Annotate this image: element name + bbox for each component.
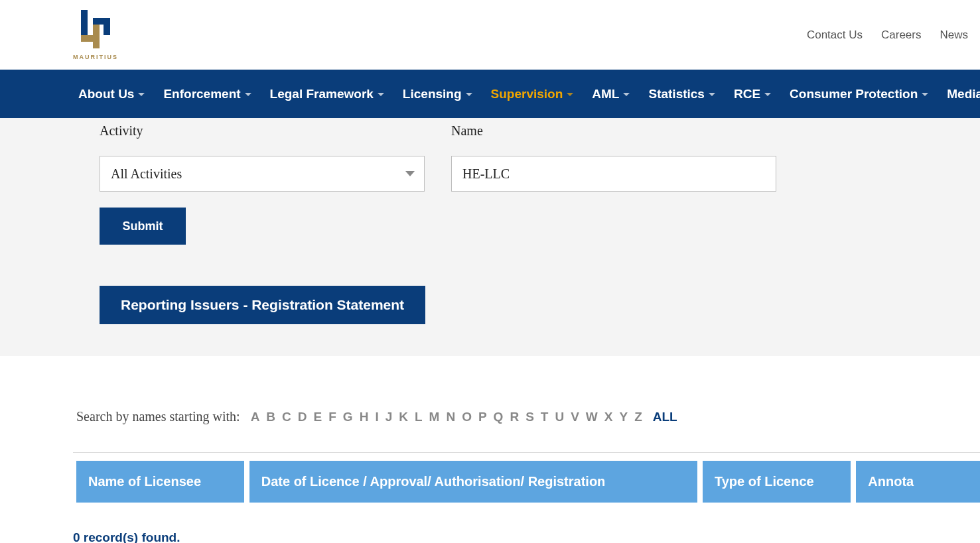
nav-media[interactable]: Media Co [947, 87, 980, 101]
alpha-letter-a[interactable]: A [251, 410, 260, 424]
nav-licensing[interactable]: Licensing [403, 87, 472, 101]
th-name-of-licensee: Name of Licensee [76, 461, 244, 503]
chevron-down-icon [922, 93, 928, 96]
divider [73, 452, 980, 453]
alpha-letter-b[interactable]: B [266, 410, 275, 424]
alpha-letter-l[interactable]: L [415, 410, 423, 424]
nav-statistics[interactable]: Statistics [648, 87, 715, 101]
alpha-letter-x[interactable]: X [604, 410, 613, 424]
nav-consumer-protection[interactable]: Consumer Protection [790, 87, 928, 101]
chevron-down-icon [567, 93, 573, 96]
alpha-letter-m[interactable]: M [429, 410, 440, 424]
alpha-letter-n[interactable]: N [446, 410, 455, 424]
alpha-letter-y[interactable]: Y [619, 410, 628, 424]
svg-rect-4 [104, 18, 110, 35]
nav-enforcement[interactable]: Enforcement [163, 87, 251, 101]
nav-aml[interactable]: AML [592, 87, 630, 101]
alpha-letter-k[interactable]: K [399, 410, 408, 424]
name-label: Name [451, 123, 776, 139]
nav-legal-framework[interactable]: Legal Framework [270, 87, 384, 101]
chevron-down-icon [245, 93, 251, 96]
th-type-of-licence: Type of Licence [703, 461, 851, 503]
alpha-letter-s[interactable]: S [525, 410, 534, 424]
alpha-letter-e[interactable]: E [314, 410, 322, 424]
chevron-down-icon [623, 93, 630, 96]
alpha-letter-d[interactable]: D [298, 410, 307, 424]
nav-supervision[interactable]: Supervision [491, 87, 574, 101]
chevron-down-icon [466, 93, 472, 96]
alpha-letter-v[interactable]: V [571, 410, 579, 424]
logo[interactable]: MAURITIUS [73, 10, 118, 60]
nav-rce[interactable]: RCE [734, 87, 771, 101]
alpha-letter-c[interactable]: C [282, 410, 291, 424]
top-header: MAURITIUS Contact Us Careers News [0, 0, 980, 70]
alpha-letter-g[interactable]: G [343, 410, 353, 424]
alpha-letter-t[interactable]: T [541, 410, 549, 424]
chevron-down-icon [378, 93, 384, 96]
alpha-letter-p[interactable]: P [478, 410, 487, 424]
th-annotation: Annota [856, 461, 980, 503]
top-link-news[interactable]: News [940, 29, 968, 42]
chevron-down-icon [764, 93, 771, 96]
name-input[interactable] [451, 156, 776, 192]
th-date-of-licence: Date of Licence / Approval/ Authorisatio… [249, 461, 697, 503]
alphabet-prefix: Search by names starting with: [76, 409, 240, 424]
results-table-header: Name of Licensee Date of Licence / Appro… [76, 461, 980, 503]
alpha-letter-q[interactable]: Q [494, 410, 504, 424]
logo-text: MAURITIUS [73, 54, 118, 60]
search-panel: Activity All Activities Name Submit Repo… [0, 118, 980, 356]
alphabet-filter: Search by names starting with: ABCDEFGHI… [0, 356, 980, 424]
alpha-letter-w[interactable]: W [586, 410, 598, 424]
activity-select-value: All Activities [111, 166, 182, 182]
records-found: 0 record(s) found. [73, 530, 980, 543]
activity-select[interactable]: All Activities [100, 156, 425, 192]
alpha-letter-j[interactable]: J [385, 410, 393, 424]
chevron-down-icon [138, 93, 145, 96]
top-link-contact[interactable]: Contact Us [807, 29, 863, 42]
activity-label: Activity [100, 123, 425, 139]
alpha-letter-h[interactable]: H [360, 410, 369, 424]
chevron-down-icon [405, 171, 415, 176]
top-link-careers[interactable]: Careers [881, 29, 921, 42]
logo-icon [76, 10, 115, 51]
reporting-issuers-button[interactable]: Reporting Issuers - Registration Stateme… [100, 286, 425, 324]
top-links: Contact Us Careers News [807, 29, 968, 42]
main-nav: About Us Enforcement Legal Framework Lic… [0, 70, 980, 118]
alpha-letter-o[interactable]: O [462, 410, 472, 424]
submit-button[interactable]: Submit [100, 208, 186, 245]
alpha-letter-all[interactable]: ALL [653, 410, 677, 424]
alpha-letter-i[interactable]: I [375, 410, 378, 424]
alpha-letter-r[interactable]: R [510, 410, 519, 424]
alpha-letter-u[interactable]: U [555, 410, 564, 424]
alpha-letter-z[interactable]: Z [634, 410, 642, 424]
chevron-down-icon [709, 93, 715, 96]
nav-about-us[interactable]: About Us [78, 87, 145, 101]
alpha-letter-f[interactable]: F [328, 410, 336, 424]
